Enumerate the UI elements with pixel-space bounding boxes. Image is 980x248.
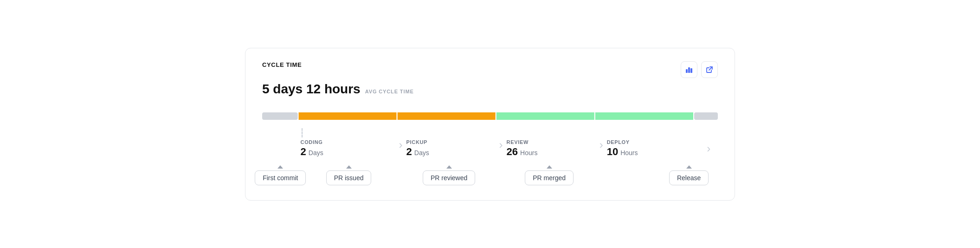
bar-chart-button[interactable] <box>681 61 697 78</box>
viz-container: CODING 2 Days › PICKUP 2 Days <box>262 111 718 185</box>
external-link-button[interactable] <box>701 61 718 78</box>
milestones-row: First commit PR issued PR reviewed <box>262 165 718 185</box>
external-link-icon <box>705 65 714 74</box>
cycle-time-card: CYCLE TIME 5 days 12 hours AVG CYCLE TIM… <box>245 48 735 201</box>
progress-bar <box>262 111 718 121</box>
stage-coding-unit: Days <box>309 149 323 157</box>
bar-chart-icon <box>685 65 693 74</box>
stage-review-name: REVIEW <box>507 139 538 145</box>
svg-rect-0 <box>686 69 688 73</box>
stage-deploy-value: 10 <box>607 146 618 158</box>
first-commit-caret <box>277 165 283 169</box>
deploy-chevron: › <box>600 139 603 150</box>
stage-deploy-name: DEPLOY <box>607 139 638 145</box>
pr-reviewed-label: PR reviewed <box>423 170 475 185</box>
release-label: Release <box>669 170 709 185</box>
stage-pickup-unit: Days <box>414 149 429 157</box>
stages-info-row: CODING 2 Days › PICKUP 2 Days <box>262 128 718 158</box>
pr-issued-label: PR issued <box>326 170 372 185</box>
stage-review-value: 26 <box>507 146 518 158</box>
milestone-first-commit: First commit <box>262 165 299 185</box>
svg-rect-10 <box>595 112 693 120</box>
milestone-pr-reviewed: PR reviewed <box>399 165 499 185</box>
review-chevron: › <box>499 139 503 150</box>
stage-coding: CODING 2 Days <box>299 128 399 158</box>
svg-rect-4 <box>299 112 397 120</box>
avg-time-label: AVG CYCLE TIME <box>365 89 414 94</box>
stage-pickup-value: 2 <box>406 146 412 158</box>
pr-merged-caret <box>547 165 552 169</box>
milestone-pr-issued: PR issued <box>299 165 399 185</box>
milestone-release: Release <box>600 165 718 185</box>
stage-review-unit: Hours <box>520 149 537 157</box>
card-title: CYCLE TIME <box>262 61 302 68</box>
svg-rect-6 <box>398 112 496 120</box>
stage-deploy: › DEPLOY 10 Hours <box>600 128 700 158</box>
milestone-pr-merged: PR merged <box>499 165 600 185</box>
svg-rect-1 <box>688 67 690 73</box>
stage-review: › REVIEW 26 Hours <box>499 128 600 158</box>
left-spacer <box>262 128 299 158</box>
svg-rect-3 <box>262 112 298 120</box>
card-header: CYCLE TIME <box>262 61 718 78</box>
avg-time-value: 5 days 12 hours <box>262 82 361 97</box>
release-caret <box>686 165 692 169</box>
pr-merged-label: PR merged <box>525 170 574 185</box>
trailing-chevron-area: › <box>700 128 718 158</box>
stage-deploy-unit: Hours <box>620 149 638 157</box>
pickup-chevron: › <box>399 139 403 150</box>
coding-dashed-line <box>302 128 303 137</box>
avg-time-row: 5 days 12 hours AVG CYCLE TIME <box>262 82 718 97</box>
pr-issued-caret <box>346 165 352 169</box>
pr-reviewed-caret <box>446 165 452 169</box>
stage-coding-value: 2 <box>301 146 306 158</box>
stage-pickup: › PICKUP 2 Days <box>399 128 499 158</box>
stage-coding-name: CODING <box>301 139 323 145</box>
svg-rect-12 <box>694 112 718 120</box>
svg-rect-2 <box>690 68 692 73</box>
svg-rect-8 <box>496 112 594 120</box>
stage-pickup-name: PICKUP <box>406 139 429 145</box>
trailing-chevron: › <box>707 143 710 154</box>
header-actions <box>681 61 718 78</box>
